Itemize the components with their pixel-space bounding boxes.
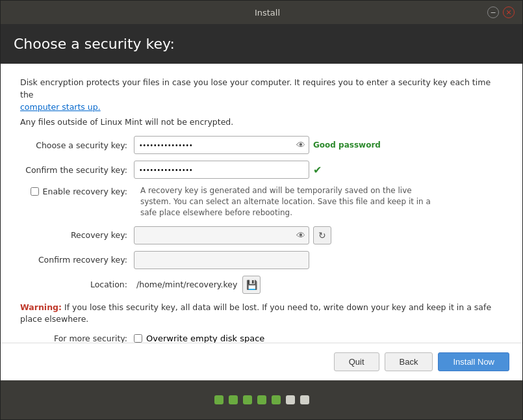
confirm-recovery-label: Confirm recovery key:: [20, 255, 134, 265]
refresh-icon: ↻: [318, 230, 326, 241]
header-bar: Choose a security key:: [1, 24, 522, 64]
recovery-key-input[interactable]: [134, 226, 309, 244]
location-value-row: /home/mint/recovery.key 💾: [134, 276, 261, 294]
browse-location-button[interactable]: 💾: [242, 276, 261, 294]
enable-recovery-label-area: Enable recovery key:: [20, 185, 134, 196]
recovery-key-row: Recovery key: 👁 ↻: [20, 226, 503, 244]
warning-section: Warning: If you lose this security key, …: [20, 302, 503, 326]
folder-icon: 💾: [246, 280, 257, 290]
bottom-bar: [1, 380, 522, 419]
progress-dot-6: [300, 395, 309, 404]
confirm-password-row: Confirm the security key: ✔: [20, 161, 503, 179]
recovery-description: A recovery key is generated and will be …: [140, 185, 439, 218]
choose-password-row: Choose a security key: 👁 Good password: [20, 136, 503, 154]
window-title: Install: [47, 8, 487, 18]
location-label: Location:: [20, 280, 134, 289]
progress-dots: [214, 395, 309, 404]
location-row: Location: /home/mint/recovery.key 💾: [20, 276, 503, 294]
info-line1: Disk encryption protects your files in c…: [20, 77, 491, 99]
recovery-key-label: Recovery key:: [20, 230, 134, 240]
info-line2: computer starts up.: [20, 102, 101, 112]
confirm-password-wrap: ✔: [134, 161, 322, 179]
enable-recovery-checkbox[interactable]: [31, 187, 39, 196]
location-value: /home/mint/recovery.key: [136, 280, 237, 289]
overwrite-checkbox[interactable]: [134, 334, 142, 343]
confirm-check-icon: ✔: [313, 164, 322, 176]
quit-button[interactable]: Quit: [334, 352, 379, 371]
info-text-1: Disk encryption protects your files in c…: [20, 77, 503, 113]
info-line3: Any files outside of Linux Mint will not…: [20, 117, 503, 127]
choose-password-input[interactable]: [134, 136, 309, 154]
progress-dot-5: [286, 395, 295, 404]
security-row: For more security: Overwrite empty disk …: [20, 334, 503, 343]
minimize-button[interactable]: −: [487, 7, 499, 18]
confirm-recovery-row: Confirm recovery key:: [20, 251, 503, 269]
enable-recovery-row: Enable recovery key: A recovery key is g…: [20, 185, 503, 218]
confirm-password-input[interactable]: [134, 161, 309, 179]
install-now-button[interactable]: Install Now: [438, 352, 509, 371]
choose-password-wrap: 👁 Good password: [134, 136, 381, 154]
choose-password-input-wrap: 👁: [134, 136, 309, 154]
warning-text: If you lose this security key, all data …: [20, 302, 491, 324]
recovery-input-wrap: 👁: [134, 226, 309, 244]
footer: Quit Back Install Now: [1, 343, 522, 380]
choose-password-label: Choose a security key:: [20, 140, 134, 150]
window: Install − ✕ Choose a security key: Disk …: [0, 0, 523, 420]
password-status: Good password: [313, 140, 381, 150]
show-recovery-button[interactable]: 👁: [296, 230, 305, 241]
progress-dot-0: [214, 395, 223, 404]
progress-dot-2: [243, 395, 252, 404]
confirm-password-input-wrap: [134, 161, 309, 179]
recovery-key-wrap: 👁 ↻: [134, 226, 331, 244]
confirm-recovery-wrap: [134, 251, 309, 269]
titlebar-controls: − ✕: [487, 7, 515, 18]
confirm-password-label: Confirm the security key:: [20, 165, 134, 175]
progress-dot-4: [272, 395, 281, 404]
close-button[interactable]: ✕: [503, 7, 515, 18]
content-area: Disk encryption protects your files in c…: [1, 64, 522, 343]
for-more-security-label: For more security:: [20, 334, 134, 343]
show-password-button[interactable]: 👁: [296, 140, 305, 150]
eye-icon: 👁: [296, 140, 305, 150]
progress-dot-3: [257, 395, 266, 404]
eye-icon-recovery: 👁: [296, 230, 305, 241]
titlebar: Install − ✕: [1, 1, 522, 24]
warning-label: Warning:: [20, 302, 62, 312]
overwrite-label: Overwrite empty disk space: [146, 334, 264, 343]
back-button[interactable]: Back: [385, 352, 433, 371]
confirm-recovery-input[interactable]: [134, 251, 309, 269]
enable-recovery-label: Enable recovery key:: [43, 187, 127, 196]
page-title: Choose a security key:: [14, 36, 509, 52]
refresh-recovery-button[interactable]: ↻: [313, 226, 331, 244]
progress-dot-1: [229, 395, 238, 404]
